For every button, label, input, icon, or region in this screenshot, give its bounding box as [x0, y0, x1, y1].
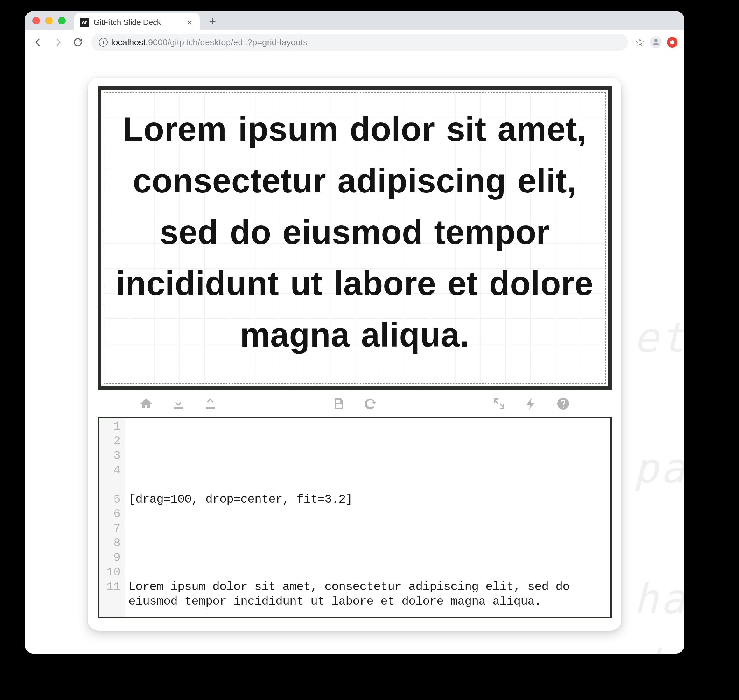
code-line[interactable]: Lorem ipsum dolor sit amet, consectetur …	[129, 580, 605, 609]
slide-body-text: Lorem ipsum dolor sit amet, consectetur …	[115, 103, 595, 361]
expand-icon[interactable]	[491, 396, 507, 411]
title-bar: GP GitPitch Slide Deck × +	[25, 11, 685, 30]
slide-preview[interactable]: Lorem ipsum dolor sit amet, consectetur …	[104, 92, 606, 384]
tab-title: GitPitch Slide Deck	[94, 18, 161, 27]
save-icon[interactable]	[331, 396, 346, 411]
close-window-button[interactable]	[32, 17, 40, 25]
help-icon[interactable]	[555, 396, 571, 411]
profile-avatar-button[interactable]	[650, 37, 662, 48]
slide-preview-frame: Lorem ipsum dolor sit amet, consectetur …	[98, 86, 611, 390]
code-line[interactable]	[129, 449, 605, 463]
home-icon[interactable]	[138, 396, 154, 411]
code-editor[interactable]: 1 2 3 4 5 6 7 8 9 10 11 [drag=100	[98, 417, 611, 618]
minimize-window-button[interactable]	[45, 17, 53, 25]
code-line[interactable]	[129, 536, 605, 551]
browser-tab[interactable]: GP GitPitch Slide Deck ×	[74, 13, 200, 32]
download-icon[interactable]	[170, 396, 186, 411]
editor-toolbar	[98, 390, 611, 417]
reload-button[interactable]	[72, 36, 84, 49]
page-viewport: et pa ha od( Lorem ipsum dolor sit amet,…	[25, 54, 685, 654]
editor-gutter: 1 2 3 4 5 6 7 8 9 10 11	[99, 418, 125, 617]
site-info-icon[interactable]: i	[99, 38, 107, 47]
new-tab-button[interactable]: +	[209, 15, 216, 28]
refresh-icon[interactable]	[363, 396, 378, 411]
app-card: Lorem ipsum dolor sit amet, consectetur …	[88, 78, 621, 631]
extension-badge-button[interactable]	[667, 37, 677, 47]
browser-toolbar: i localhost:9000/gitpitch/desktop/edit?p…	[25, 30, 685, 54]
code-line[interactable]: [drag=100, drop=center, fit=3.2]	[129, 492, 605, 507]
window-controls	[32, 17, 66, 25]
upload-icon[interactable]	[203, 396, 218, 411]
forward-button[interactable]	[51, 36, 65, 49]
tab-favicon: GP	[80, 18, 89, 27]
address-bar[interactable]: i localhost:9000/gitpitch/desktop/edit?p…	[91, 34, 628, 51]
url-text: localhost:9000/gitpitch/desktop/edit?p=g…	[111, 37, 307, 47]
close-tab-button[interactable]: ×	[187, 18, 192, 27]
browser-window: GP GitPitch Slide Deck × + i localhost:9…	[25, 11, 685, 654]
back-button[interactable]	[32, 36, 45, 49]
maximize-window-button[interactable]	[58, 17, 66, 25]
editor-content[interactable]: [drag=100, drop=center, fit=3.2] Lorem i…	[125, 418, 610, 617]
bolt-icon[interactable]	[523, 396, 539, 411]
bookmark-star-icon[interactable]: ☆	[635, 36, 645, 49]
